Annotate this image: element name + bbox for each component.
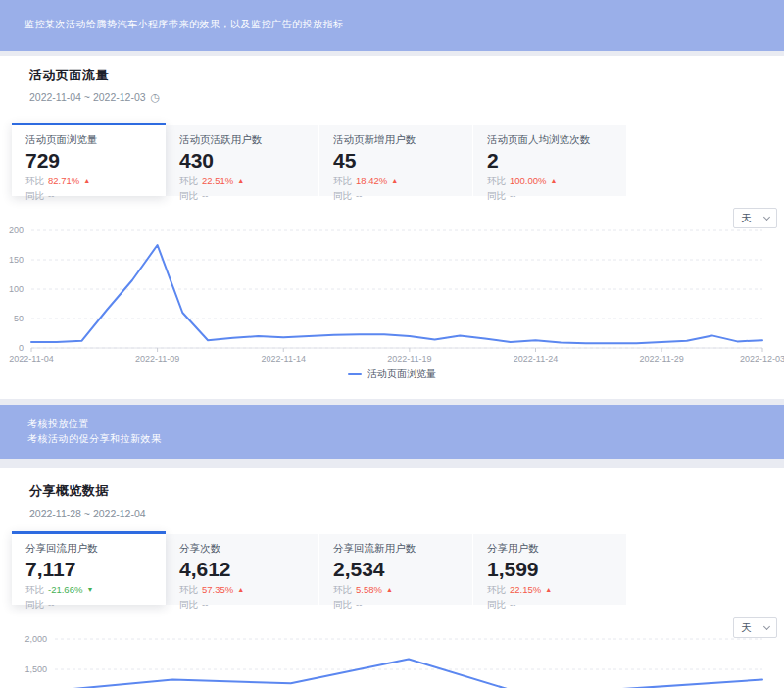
card-label: 分享回流新用户数 — [333, 542, 459, 556]
page-title-activity-traffic: 活动页面流量 — [29, 67, 109, 84]
mom-value: 57.35% — [202, 583, 233, 596]
mom-label: 环比 — [179, 583, 198, 596]
arrow-up-icon: ▲ — [545, 586, 552, 593]
mom-value: 22.15% — [510, 583, 541, 596]
mom-row: 环比18.42%▲ — [333, 174, 459, 187]
chart-legend[interactable]: 活动页面浏览量 — [0, 368, 784, 381]
svg-text:50: 50 — [14, 314, 24, 323]
card-label: 分享回流用户数 — [25, 542, 152, 556]
metric-card-row: 活动页面浏览量729环比82.71%▲同比--活动页活跃用户数430环比22.5… — [12, 123, 627, 196]
arrow-up-icon: ▲ — [83, 177, 90, 184]
card-value: 4,612 — [179, 558, 305, 581]
metric-card[interactable]: 活动页活跃用户数430环比22.51%▲同比-- — [166, 125, 319, 196]
svg-text:2022-12-03: 2022-12-03 — [740, 354, 784, 364]
svg-text:2022-11-24: 2022-11-24 — [514, 354, 558, 364]
mom-row: 环比22.15%▲ — [487, 583, 612, 596]
card-value: 430 — [179, 149, 305, 172]
card-value: 2 — [487, 149, 612, 172]
svg-text:2022-11-04: 2022-11-04 — [9, 354, 53, 364]
chevron-down-icon — [763, 622, 770, 629]
arrow-up-icon: ▲ — [386, 586, 393, 593]
metric-card[interactable]: 活动页新增用户数45环比18.42%▲同比-- — [319, 125, 473, 196]
yoy-label: 同比 — [179, 598, 198, 611]
yoy-value: -- — [356, 189, 362, 202]
mom-label: 环比 — [333, 174, 352, 187]
legend-line-icon — [348, 373, 362, 375]
svg-text:2022-11-29: 2022-11-29 — [639, 354, 683, 364]
arrow-up-icon: ▲ — [391, 177, 398, 184]
date-range-row: 2022-11-28 ~ 2022-12-04 — [29, 508, 146, 519]
card-label: 分享次数 — [179, 542, 305, 556]
mom-value: 100.00% — [510, 174, 547, 187]
yoy-value: -- — [510, 189, 515, 202]
card-label: 分享用户数 — [487, 542, 612, 556]
metric-card[interactable]: 分享回流新用户数2,534环比5.58%▲同比-- — [319, 534, 473, 605]
yoy-row: 同比-- — [487, 189, 612, 202]
chevron-down-icon — [763, 213, 770, 220]
svg-text:100: 100 — [9, 284, 24, 294]
svg-text:2022-11-09: 2022-11-09 — [135, 354, 179, 364]
mom-label: 环比 — [333, 583, 352, 596]
mom-row: 环比5.58%▲ — [333, 583, 459, 596]
banner-line2: 考核活动的促分享和拉新效果 — [27, 431, 784, 446]
mom-value: -21.66% — [48, 583, 82, 596]
mom-label: 环比 — [25, 174, 44, 187]
metric-card[interactable]: 分享用户数1,599环比22.15%▲同比-- — [473, 534, 627, 605]
share-return-users-line-chart[interactable]: 05001,0001,5002,0002022-11-282022-11-292… — [0, 632, 784, 688]
date-range-text: 2022-11-28 ~ 2022-12-04 — [29, 508, 146, 519]
card-label: 活动页面浏览量 — [25, 133, 152, 147]
clock-icon: ◷ — [151, 92, 161, 103]
yoy-value: -- — [202, 189, 208, 202]
yoy-label: 同比 — [487, 598, 506, 611]
banner-line1: 考核投放位置 — [27, 417, 784, 431]
mom-label: 环比 — [487, 174, 506, 187]
svg-text:2022-11-14: 2022-11-14 — [262, 354, 306, 364]
card-value: 45 — [333, 149, 459, 172]
date-range-text: 2022-11-04 ~ 2022-12-03 — [29, 91, 146, 103]
svg-text:2,000: 2,000 — [24, 634, 47, 644]
mom-value: 22.51% — [202, 174, 233, 187]
arrow-up-icon: ▲ — [237, 586, 244, 593]
yoy-label: 同比 — [333, 598, 352, 611]
mom-value: 5.58% — [356, 583, 382, 596]
card-label: 活动页新增用户数 — [333, 133, 459, 147]
mom-label: 环比 — [25, 583, 44, 596]
metric-card-row: 分享回流用户数7,117环比-21.66%▼同比--分享次数4,612环比57.… — [12, 531, 627, 605]
share-overview-panel: 分享概览数据 2022-11-28 ~ 2022-12-04 分享回流用户数7,… — [0, 468, 784, 688]
legend-label: 活动页面浏览量 — [368, 368, 436, 381]
mom-row: 环比-21.66%▼ — [25, 583, 152, 596]
yoy-row: 同比-- — [487, 598, 612, 611]
yoy-label: 同比 — [25, 598, 44, 611]
info-banner-top: 监控某次活动给腾势汽车小程序带来的效果，以及监控广告的投放指标 — [0, 0, 784, 51]
card-value: 729 — [25, 149, 152, 172]
yoy-value: -- — [202, 598, 208, 611]
card-label: 活动页活跃用户数 — [179, 133, 305, 147]
mom-label: 环比 — [487, 583, 506, 596]
card-value: 7,117 — [25, 558, 152, 581]
svg-text:1,500: 1,500 — [24, 664, 47, 674]
yoy-label: 同比 — [25, 189, 44, 202]
mom-label: 环比 — [179, 174, 198, 187]
yoy-row: 同比-- — [25, 189, 152, 202]
card-value: 2,534 — [333, 558, 459, 581]
activity-traffic-panel: 活动页面流量 2022-11-04 ~ 2022-12-03 ◷ 活动页面浏览量… — [0, 56, 784, 399]
mom-row: 环比57.35%▲ — [179, 583, 305, 596]
yoy-value: -- — [48, 598, 54, 611]
yoy-row: 同比-- — [333, 189, 459, 202]
arrow-down-icon: ▼ — [86, 586, 93, 593]
yoy-label: 同比 — [179, 189, 198, 202]
svg-text:150: 150 — [9, 255, 24, 265]
metric-card[interactable]: 分享次数4,612环比57.35%▲同比-- — [166, 534, 319, 605]
yoy-value: -- — [510, 598, 515, 611]
yoy-row: 同比-- — [179, 598, 305, 611]
info-banner-middle: 考核投放位置 考核活动的促分享和拉新效果 — [0, 405, 784, 459]
yoy-row: 同比-- — [25, 598, 152, 611]
metric-card[interactable]: 活动页面人均浏览次数2环比100.00%▲同比-- — [473, 125, 627, 196]
dashboard-page: 监控某次活动给腾势汽车小程序带来的效果，以及监控广告的投放指标 活动页面流量 2… — [0, 0, 784, 688]
metric-card[interactable]: 活动页面浏览量729环比82.71%▲同比-- — [12, 123, 166, 196]
page-title-share-overview: 分享概览数据 — [29, 482, 109, 500]
metric-card[interactable]: 分享回流用户数7,117环比-21.66%▼同比-- — [12, 531, 166, 605]
yoy-label: 同比 — [333, 189, 352, 202]
yoy-value: -- — [356, 598, 362, 611]
mom-row: 环比100.00%▲ — [487, 174, 612, 187]
